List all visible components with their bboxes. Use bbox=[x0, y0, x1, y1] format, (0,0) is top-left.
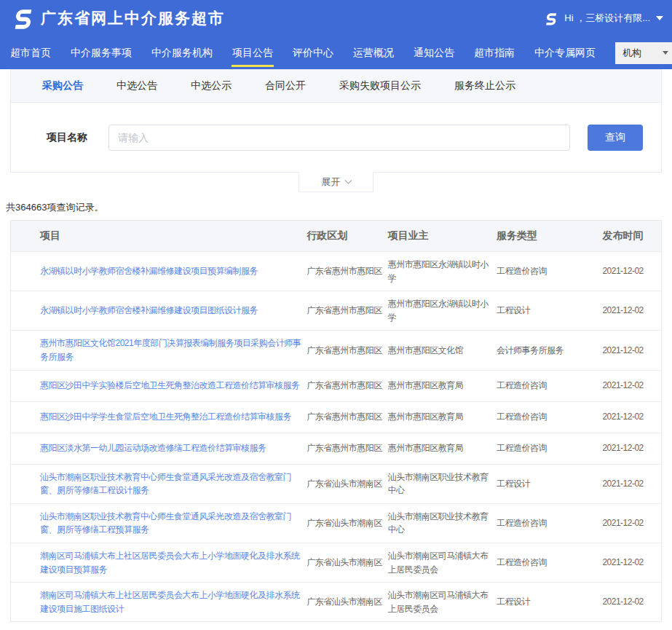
nav-item[interactable]: 中介服务事项 bbox=[71, 36, 132, 69]
nav-item[interactable]: 通知公告 bbox=[414, 36, 454, 69]
region-cell: 广东省惠州市惠阳区 bbox=[307, 441, 387, 455]
table-row: 潮南区司马浦镇大布上社区居民委员会大布上小学地面硬化及排水系统建设项目预算服务 … bbox=[11, 543, 661, 582]
table-row: 潮南区司马浦镇大布上社区居民委员会大布上小学地面硬化及排水系统建设项目施工图纸设… bbox=[11, 582, 661, 621]
service-type-cell: 工程造价咨询 bbox=[497, 379, 602, 393]
table-row: 永湖镇以时小学教师宿舍楼补漏维修建设项目图纸设计服务 广东省惠州市惠阳区 惠州市… bbox=[11, 291, 661, 330]
column-header-project: 项目 bbox=[11, 228, 307, 244]
announcement-tab[interactable]: 采购公告 bbox=[42, 79, 83, 92]
table-row: 惠州市惠阳区文化馆2021年度部门决算报表编制服务项目采购会计师事务所服务 广东… bbox=[11, 330, 661, 369]
project-link[interactable]: 汕头市潮南区职业技术教育中心师生食堂通风采光改造及宿舍教室门窗、厕所等修缮工程设… bbox=[40, 470, 301, 497]
project-name-input[interactable] bbox=[108, 125, 570, 151]
nav-item-label: 项目公告 bbox=[232, 47, 273, 60]
announcement-tab[interactable]: 中选公告 bbox=[116, 79, 157, 92]
owner-cell: 惠州市惠阳区永湖镇以时小学 bbox=[388, 258, 497, 285]
publish-date-cell: 2021-12-02 bbox=[602, 556, 661, 570]
column-header-region: 行政区划 bbox=[307, 228, 387, 244]
announcement-tabs: 采购公告 中选公告 中选公示 合同公开 采购失败项目公示 服务终止公示 bbox=[11, 70, 661, 103]
service-type-cell: 工程造价咨询 bbox=[497, 516, 602, 530]
nav-item-label: 中介服务机构 bbox=[151, 47, 213, 60]
nav-item-label: 通知公告 bbox=[414, 47, 454, 60]
global-search: 机构 bbox=[615, 42, 672, 64]
nav-item[interactable]: 中介服务机构 bbox=[151, 36, 213, 69]
table-row: 汕头市潮南区职业技术教育中心师生食堂通风采光改造及宿舍教室门窗、厕所等修缮工程设… bbox=[11, 464, 661, 503]
filter-row: 项目名称 查询 bbox=[11, 103, 661, 172]
region-cell: 广东省惠州市惠阳区 bbox=[307, 264, 387, 278]
owner-cell: 汕头市潮南区司马浦镇大布上居民委员会 bbox=[388, 588, 497, 615]
region-cell: 广东省汕头市潮南区 bbox=[307, 556, 387, 570]
region-cell: 广东省惠州市惠阳区 bbox=[307, 410, 387, 424]
nav-item-label: 中介专属网页 bbox=[534, 47, 596, 60]
publish-date-cell: 2021-12-02 bbox=[602, 595, 661, 609]
owner-cell: 惠州市惠阳区文化馆 bbox=[388, 344, 497, 358]
main-nav: 超市首页 中介服务事项 中介服务机构 项目公告 评价中心 运营概况 通知公告 超… bbox=[0, 36, 672, 69]
owner-cell: 惠州市惠阳区教育局 bbox=[388, 410, 497, 424]
nav-item[interactable]: 项目公告 bbox=[232, 36, 273, 69]
caret-down-icon bbox=[656, 16, 663, 20]
nav-item[interactable]: 评价中心 bbox=[293, 36, 333, 69]
service-type-cell: 工程造价咨询 bbox=[497, 441, 602, 455]
column-header-date: 发布时间 bbox=[602, 228, 661, 244]
owner-cell: 惠州市惠阳区教育局 bbox=[388, 441, 497, 455]
project-link[interactable]: 永湖镇以时小学教师宿舍楼补漏维修建设项目预算编制服务 bbox=[40, 264, 301, 278]
table-row: 惠阳区沙田中学实验楼后空地卫生死角整治改造工程造价结算审核服务 广东省惠州市惠阳… bbox=[11, 370, 661, 401]
service-type-cell: 工程设计 bbox=[497, 477, 602, 491]
results-table: 项目 行政区划 项目业主 服务类型 发布时间 永湖镇以时小学教师宿舍楼补漏维修建… bbox=[10, 220, 662, 622]
project-link[interactable]: 惠阳区沙田中学实验楼后空地卫生死角整治改造工程造价结算审核服务 bbox=[40, 379, 301, 393]
nav-item-label: 运营概况 bbox=[353, 47, 394, 60]
project-link[interactable]: 潮南区司马浦镇大布上社区居民委员会大布上小学地面硬化及排水系统建设项目施工图纸设… bbox=[40, 588, 301, 615]
search-category-value: 机构 bbox=[622, 47, 641, 60]
owner-cell: 汕头市潮南区职业技术教育中心 bbox=[388, 510, 497, 537]
user-org-icon bbox=[543, 11, 558, 26]
region-cell: 广东省汕头市潮南区 bbox=[307, 595, 387, 609]
project-link[interactable]: 惠州市惠阳区文化馆2021年度部门决算报表编制服务项目采购会计师事务所服务 bbox=[40, 336, 301, 363]
table-body: 永湖镇以时小学教师宿舍楼补漏维修建设项目预算编制服务 广东省惠州市惠阳区 惠州市… bbox=[11, 251, 661, 621]
expand-label: 展开 bbox=[322, 176, 341, 189]
announcement-tab[interactable]: 合同公开 bbox=[265, 79, 306, 92]
site-header: 广东省网上中介服务超市 Hi ，三桥设计有限... 超市首页 中介服务事项 中介… bbox=[0, 0, 672, 69]
owner-cell: 汕头市潮南区职业技术教育中心 bbox=[388, 470, 497, 497]
brand[interactable]: 广东省网上中介服务超市 bbox=[10, 6, 225, 31]
region-cell: 广东省惠州市惠阳区 bbox=[307, 304, 387, 318]
nav-item[interactable]: 运营概况 bbox=[353, 36, 394, 69]
site-logo-icon bbox=[10, 6, 35, 31]
announcement-tab[interactable]: 服务终止公示 bbox=[454, 79, 515, 92]
nav-item-label: 评价中心 bbox=[293, 47, 333, 60]
owner-cell: 惠州市惠阳区教育局 bbox=[388, 379, 497, 393]
query-button[interactable]: 查询 bbox=[588, 125, 643, 151]
region-cell: 广东省汕头市潮南区 bbox=[307, 477, 387, 491]
owner-cell: 汕头市潮南区司马浦镇大布上居民委员会 bbox=[388, 549, 497, 576]
table-row: 永湖镇以时小学教师宿舍楼补漏维修建设项目预算编制服务 广东省惠州市惠阳区 惠州市… bbox=[11, 251, 661, 291]
announcement-tab[interactable]: 采购失败项目公示 bbox=[339, 79, 421, 92]
region-cell: 广东省惠州市惠阳区 bbox=[307, 379, 387, 393]
project-link[interactable]: 汕头市潮南区职业技术教育中心师生食堂通风采光改造及宿舍教室门窗、厕所等修缮工程预… bbox=[40, 510, 301, 537]
publish-date-cell: 2021-12-02 bbox=[602, 516, 661, 530]
project-link[interactable]: 永湖镇以时小学教师宿舍楼补漏维修建设项目图纸设计服务 bbox=[40, 304, 301, 318]
nav-item[interactable]: 中介专属网页 bbox=[534, 36, 596, 69]
project-link[interactable]: 潮南区司马浦镇大布上社区居民委员会大布上小学地面硬化及排水系统建设项目预算服务 bbox=[40, 549, 301, 576]
column-header-type: 服务类型 bbox=[497, 228, 602, 244]
publish-date-cell: 2021-12-02 bbox=[602, 410, 661, 424]
project-link[interactable]: 惠阳区淡水第一幼儿园运动场改造修缮工程造价结算审核服务 bbox=[40, 441, 301, 455]
expand-button[interactable]: 展开 bbox=[299, 172, 373, 192]
service-type-cell: 工程造价咨询 bbox=[497, 556, 602, 570]
publish-date-cell: 2021-12-02 bbox=[602, 264, 661, 278]
publish-date-cell: 2021-12-02 bbox=[602, 379, 661, 393]
main-content: 采购公告 中选公告 中选公示 合同公开 采购失败项目公示 服务终止公示 项目名称… bbox=[0, 69, 672, 630]
chevron-down-icon bbox=[344, 176, 352, 184]
service-type-cell: 工程造价咨询 bbox=[497, 264, 602, 278]
service-type-cell: 工程设计 bbox=[497, 595, 602, 609]
project-link[interactable]: 惠阳区沙田中学学生食堂后空地卫生死角整治工程造价结算审核服务 bbox=[40, 410, 301, 424]
table-header: 项目 行政区划 项目业主 服务类型 发布时间 bbox=[11, 221, 661, 251]
service-type-cell: 工程设计 bbox=[497, 304, 602, 318]
table-row: 惠阳区淡水第一幼儿园运动场改造修缮工程造价结算审核服务 广东省惠州市惠阳区 惠州… bbox=[11, 433, 661, 464]
nav-item-label: 中介服务事项 bbox=[71, 47, 132, 60]
nav-item-label: 超市首页 bbox=[10, 47, 51, 60]
user-menu[interactable]: Hi ，三桥设计有限... bbox=[543, 11, 663, 26]
nav-item[interactable]: 超市指南 bbox=[474, 36, 515, 69]
search-category-select[interactable]: 机构 bbox=[615, 42, 672, 64]
expand-wrap: 展开 bbox=[10, 173, 662, 192]
table-row: 汕头市潮南区职业技术教育中心师生食堂通风采光改造及宿舍教室门窗、厕所等修缮工程预… bbox=[11, 503, 661, 543]
caret-down-icon bbox=[663, 51, 668, 55]
announcement-tab[interactable]: 中选公示 bbox=[191, 79, 232, 92]
nav-item[interactable]: 超市首页 bbox=[10, 36, 51, 69]
